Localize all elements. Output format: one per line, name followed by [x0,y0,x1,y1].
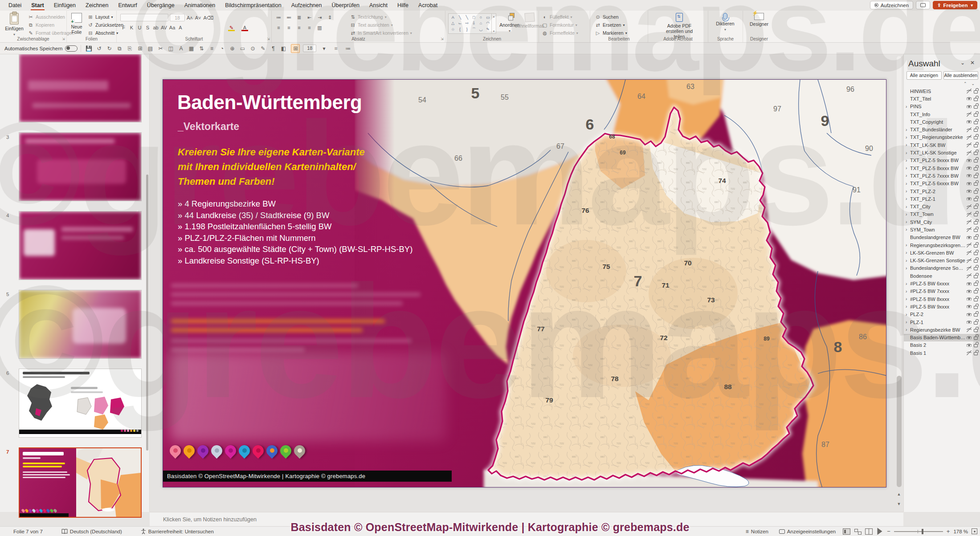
spellcheck-status[interactable]: Deutsch (Deutschland) [58,527,126,536]
list-format-button[interactable]: ≕ [286,14,292,21]
toolbar-icon[interactable]: ↻ [105,44,114,53]
menu-tab[interactable]: Animationen [180,0,220,10]
slideshow-view-button[interactable] [878,528,882,535]
layer-row[interactable]: › TXT_City [904,203,980,210]
menu-tab[interactable]: Entwurf [113,0,142,10]
layer-row[interactable]: › TXT_Titel [904,95,980,102]
grow-font-button[interactable]: A˄ [186,14,193,21]
previous-slide-button[interactable]: ▲ [896,490,902,499]
visibility-toggle-icon[interactable] [966,288,972,294]
display-settings-button[interactable]: Anzeigeeinstellungen [776,527,839,536]
visibility-toggle-icon[interactable] [966,142,972,148]
expand-chevron-icon[interactable]: › [906,296,910,301]
visibility-toggle-icon[interactable] [966,127,972,133]
toolbar-icon[interactable]: ↺ [94,44,103,53]
unlock-icon[interactable] [974,221,978,224]
expand-chevron-icon[interactable]: › [906,219,910,224]
shape-icon[interactable]: ◠ [486,21,490,25]
visibility-toggle-icon[interactable] [966,312,972,317]
visibility-toggle-icon[interactable] [966,88,972,94]
layer-row[interactable]: › #PLZ-5 BW 7xxxx [904,288,980,295]
layer-row[interactable]: › TXT_Info [904,110,980,118]
clear-format-button[interactable]: A⌫ [203,14,214,21]
layer-row[interactable]: › PLZ-2 [904,311,980,318]
unlock-icon[interactable] [974,236,978,240]
visibility-toggle-icon[interactable] [966,111,972,117]
layer-row[interactable]: › Regierungsbezirke BW [904,326,980,333]
visibility-toggle-icon[interactable] [966,181,972,187]
unlock-icon[interactable] [974,106,978,109]
toolbar-icon-active[interactable]: ⊞ [291,44,300,53]
list-format-button[interactable]: ⇥ [316,14,323,21]
visibility-toggle-icon[interactable] [966,150,972,156]
thumbnail-scrollbar[interactable] [146,175,148,451]
layer-row[interactable]: › LK-SK-Grenzen BW [904,249,980,256]
font-style-button[interactable]: S [144,24,151,31]
expand-chevron-icon[interactable]: › [906,304,910,309]
arrange-button[interactable]: Anordnen▾ [498,11,521,33]
font-style-button[interactable]: K [128,24,135,31]
layer-row[interactable]: › TXT_Copyright [904,118,980,126]
menu-tab[interactable]: Ansicht [364,0,392,10]
expand-chevron-icon[interactable]: › [906,150,910,155]
slide-thumbnail-6[interactable] [19,369,142,438]
unlock-icon[interactable] [974,90,978,93]
visibility-toggle-icon[interactable] [966,273,972,279]
menu-tab[interactable]: Überprüfen [327,0,364,10]
visibility-toggle-icon[interactable] [966,258,972,264]
menu-tab[interactable]: Zeichnen [81,0,113,10]
smartart-button[interactable]: ⇄In SmartArt konvertieren ▾ [350,29,412,37]
toolbar-icon[interactable]: ▦ [187,44,196,53]
visibility-toggle-icon[interactable] [966,211,972,217]
menu-tab[interactable]: Start [26,0,49,10]
expand-chevron-icon[interactable]: › [906,189,910,194]
align-button[interactable]: ≡ [296,24,302,31]
toolbar-icon[interactable]: ⎘ [125,44,134,53]
slide-title[interactable]: Baden-Württemberg [177,91,362,114]
align-button[interactable]: ▥ [316,24,323,31]
expand-chevron-icon[interactable]: › [906,266,910,271]
shape-icon[interactable]: ⇨ [465,21,469,25]
notes-placeholder[interactable]: Klicken Sie, um Notizen hinzuzufügen [150,512,903,526]
visibility-toggle-icon[interactable] [966,319,972,325]
slide-thumbnail-2[interactable] [19,53,142,122]
expand-chevron-icon[interactable]: › [906,104,910,109]
shape-outline-button[interactable]: ▢Formkontur ▾ [542,21,578,28]
qat-font-size[interactable]: 18 [303,45,316,52]
layer-row[interactable]: › HINWEIS [904,87,980,95]
feature-bullet-list[interactable]: » 4 Regierungsbezirke BW» 44 Landkreise … [178,198,412,266]
toolbar-icon[interactable]: ✎ [258,44,267,53]
expand-chevron-icon[interactable]: › [906,135,910,140]
dialog-launcher-icon[interactable]: ⇲ [441,37,444,41]
new-slide-button[interactable]: Neue Folie [67,11,86,35]
toolbar-icon[interactable]: ≔ [343,44,352,53]
shape-icon[interactable]: ⌒ [472,27,476,32]
expand-chevron-icon[interactable]: › [906,204,910,209]
unlock-icon[interactable] [974,206,978,209]
layer-row[interactable]: › #PLZ-5 BW 8xxxx [904,295,980,303]
find-button[interactable]: ⊙Suchen [595,13,627,20]
slide[interactable]: 7152 8867 [163,79,886,487]
list-format-button[interactable]: ≣ [296,14,302,21]
slide-thumbnail-3[interactable] [19,132,142,201]
unlock-icon[interactable] [974,313,978,317]
toolbar-icon[interactable]: ⊞ [135,44,144,53]
unlock-icon[interactable] [974,229,978,232]
visibility-toggle-icon[interactable] [966,296,972,302]
expand-chevron-icon[interactable]: › [906,181,910,186]
layer-row[interactable]: › Regierungsbezirksgrenzen ... [904,241,980,249]
visibility-toggle-icon[interactable] [966,342,972,348]
shape-icon[interactable]: ╲ [466,15,468,20]
shape-icon[interactable]: ▭ [486,15,490,20]
slide-thumbnail-7-current[interactable] [19,447,142,518]
toolbar-icon[interactable]: ◫ [166,44,175,53]
unlock-icon[interactable] [974,183,978,186]
unlock-icon[interactable] [974,329,978,332]
toolbar-icon[interactable]: ▤ [146,44,155,53]
comments-button[interactable] [916,1,930,9]
zoom-percentage[interactable]: 178 % [953,529,968,534]
slide-canvas-area[interactable]: 7152 8867 [150,54,903,512]
unlock-icon[interactable] [974,191,978,194]
expand-chevron-icon[interactable]: › [906,227,910,232]
menu-tab[interactable]: Acrobat [413,0,442,10]
